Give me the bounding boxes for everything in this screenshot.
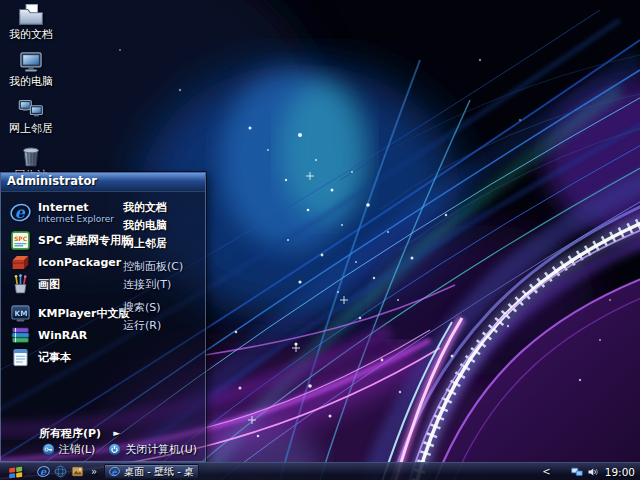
desktop-icon-label: 网上邻居 <box>9 123 53 135</box>
start-button[interactable] <box>0 463 32 480</box>
start-menu-item-connect-to[interactable]: 连接到(T) <box>123 276 205 294</box>
desktop: 我的文档 我的电脑 网上邻居 回收站 Administrator Interne… <box>0 0 640 480</box>
pinned-programs-column: Internet Internet Explorer SPC 桌酷网专用版 Ic… <box>1 192 117 422</box>
shut-down-button[interactable]: 关闭计算机(U) <box>108 442 197 457</box>
quick-launch-overflow-chevron-icon[interactable]: » <box>91 466 97 477</box>
windows-flag-icon <box>7 464 25 479</box>
tray-collapse-chevron-icon[interactable]: < <box>542 466 550 477</box>
start-menu-item-my-computer[interactable]: 我的电脑 <box>123 217 205 235</box>
quick-launch-internet-explorer-icon[interactable] <box>37 465 50 478</box>
desktop-icon-my-computer[interactable]: 我的电脑 <box>0 49 62 88</box>
log-off-key-icon <box>42 443 55 456</box>
desktop-icon-label: 我的文档 <box>9 29 53 41</box>
tray-volume-icon[interactable] <box>587 466 599 478</box>
quick-launch-bar: » <box>37 465 97 478</box>
start-menu-item-iconpackager[interactable]: IconPackager <box>10 251 117 273</box>
paint-icon <box>10 274 31 295</box>
start-menu-item-spc[interactable]: SPC 桌酷网专用版 <box>10 229 117 251</box>
taskbar-task-wallpaper-window[interactable]: 桌面 - 壁纸 - 桌酷壁... <box>104 464 199 479</box>
all-programs-arrow-icon: ► <box>113 428 120 438</box>
spc-icon <box>10 230 31 251</box>
internet-explorer-icon <box>10 202 31 223</box>
start-menu-item-my-documents[interactable]: 我的文档 <box>123 199 205 217</box>
quick-launch-globe-icon[interactable] <box>54 465 67 478</box>
taskbar: » 桌面 - 壁纸 - 桌酷壁... < 19:00 <box>0 462 640 480</box>
network-places-icon <box>18 96 44 122</box>
start-menu-item-control-panel[interactable]: 控制面板(C) <box>123 258 205 276</box>
system-tray: < 19:00 <box>542 466 640 478</box>
winrar-icon <box>10 325 31 346</box>
start-menu-item-internet-explorer[interactable]: Internet Internet Explorer <box>10 197 117 227</box>
notepad-icon <box>10 347 31 368</box>
desktop-icon-my-documents[interactable]: 我的文档 <box>0 2 62 41</box>
kmplayer-icon <box>10 303 31 324</box>
start-menu-footer: 注销(L) 关闭计算机(U) <box>42 442 197 457</box>
start-menu-user-banner: Administrator <box>1 173 205 192</box>
start-menu-item-run[interactable]: 运行(R) <box>123 317 205 335</box>
log-off-button[interactable]: 注销(L) <box>42 442 96 457</box>
start-menu-item-winrar[interactable]: WinRAR <box>10 324 117 346</box>
start-menu-item-notepad[interactable]: 记事本 <box>10 346 117 368</box>
my-documents-icon <box>18 2 44 28</box>
start-menu-body: Internet Internet Explorer SPC 桌酷网专用版 Ic… <box>1 192 205 422</box>
recycle-bin-icon <box>18 143 44 169</box>
desktop-icon-network-places[interactable]: 网上邻居 <box>0 96 62 135</box>
desktop-icon-label: 我的电脑 <box>9 76 53 88</box>
desktop-icon-list: 我的文档 我的电脑 网上邻居 回收站 <box>0 2 62 182</box>
all-programs-button[interactable]: 所有程序(P) ► <box>39 424 120 442</box>
my-computer-icon <box>18 49 44 75</box>
start-menu-item-network-places[interactable]: 网上邻居 <box>123 235 205 253</box>
start-menu: Administrator Internet Internet Explorer… <box>0 172 206 462</box>
places-column: 我的文档 我的电脑 网上邻居 控制面板(C) 连接到(T) 搜索(S) 运行(R… <box>117 192 205 422</box>
internet-explorer-icon <box>109 466 120 477</box>
start-menu-item-paint[interactable]: 画图 <box>10 273 117 295</box>
start-menu-item-kmplayer[interactable]: KMPlayer中文版 <box>10 302 117 324</box>
power-icon <box>108 443 121 456</box>
user-name: Administrator <box>7 174 97 188</box>
start-menu-item-search[interactable]: 搜索(S) <box>123 299 205 317</box>
iconpackager-icon <box>10 252 31 273</box>
taskbar-clock[interactable]: 19:00 <box>605 466 635 478</box>
tray-network-icon[interactable] <box>571 466 583 478</box>
quick-launch-media-icon[interactable] <box>71 465 84 478</box>
